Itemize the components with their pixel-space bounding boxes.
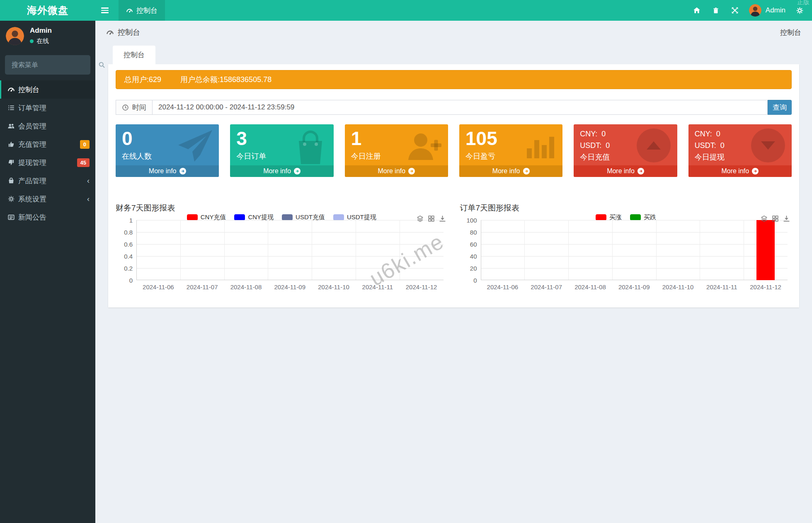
online-status-label: 在线 (36, 37, 49, 45)
tachometer-icon (7, 86, 18, 93)
sidebar-item-label: 控制台 (18, 85, 90, 94)
clock-icon (122, 104, 129, 111)
chart-bar[interactable] (756, 220, 775, 280)
sidebar-badge: 0 (80, 140, 90, 149)
sidebar-item-label: 系统设置 (18, 194, 87, 204)
totals-banner: 总用户:629用户总余额:1586836505.78 (116, 70, 792, 89)
currency-value: 0 (606, 141, 610, 150)
sidebar-item-label: 产品管理 (18, 176, 87, 186)
breadcrumb: 控制台 (106, 27, 140, 37)
hamburger-icon (101, 6, 109, 15)
total-users-label: 总用户:629 (124, 75, 161, 84)
sidebar-item-withdraw[interactable]: 提现管理45 (0, 153, 95, 172)
sidebar-item-dashboard[interactable]: 控制台 (0, 80, 95, 99)
sidebar-item-products[interactable]: 产品管理‹ (0, 172, 95, 190)
sidebar-toggle-button[interactable] (95, 0, 114, 21)
breadcrumb-right-label: 控制台 (780, 28, 801, 37)
more-info-link[interactable]: More info (116, 165, 219, 177)
more-info-link[interactable]: More info (345, 165, 448, 177)
paper-plane-icon (177, 129, 213, 162)
dashboard-panel: 总用户:629用户总余额:1586836505.78 时间 查询 0 在线人数 … (108, 64, 799, 308)
more-info-link[interactable]: More info (230, 165, 333, 177)
chart-title: 订单7天图形报表 (460, 203, 792, 213)
more-info-link[interactable]: More info (459, 165, 562, 177)
thumbs-down-icon (7, 159, 18, 166)
sidebar-item-label: 新闻公告 (18, 213, 90, 222)
stack-icon[interactable] (761, 215, 768, 222)
shopping-bag-icon (7, 177, 18, 184)
sidebar-user-panel: Admin 在线 (0, 21, 95, 49)
sidebar-item-news[interactable]: 新闻公告 (0, 208, 95, 226)
navbar-tab-dashboard[interactable]: 控制台 (119, 0, 165, 21)
bar-chart-icon (524, 129, 557, 161)
download-icon[interactable] (783, 215, 790, 222)
fullscreen-button[interactable] (727, 0, 743, 21)
sidebar-item-settings[interactable]: 系统设置‹ (0, 190, 95, 208)
total-balance-label: 用户总余额:1586836505.78 (180, 75, 271, 84)
chart-plot: 1008060402002024-11-062024-11-072024-11-… (481, 220, 788, 280)
chart-plot: 10.80.60.40.202024-11-062024-11-072024-1… (136, 220, 444, 280)
sidebar-avatar (6, 27, 24, 45)
breadcrumb-label: 控制台 (118, 27, 140, 37)
shopping-bag-icon (293, 129, 328, 166)
users-icon (7, 122, 18, 130)
home-button[interactable] (688, 0, 705, 21)
navbar-tab-label: 控制台 (136, 6, 158, 15)
gears-icon (796, 7, 804, 15)
tachometer-icon (126, 7, 133, 14)
info-boxes-row: 0 在线人数 More info 3 今日订单 More info 1 今日注册… (116, 124, 792, 177)
search-icon[interactable] (98, 61, 105, 68)
info-box-today-orders: 3 今日订单 More info (230, 124, 333, 177)
arrow-circle-right-icon (523, 168, 530, 174)
currency-value: 0 (716, 130, 720, 138)
arrow-circle-right-icon (637, 168, 644, 174)
sidebar-item-label: 充值管理 (18, 140, 80, 149)
query-button[interactable]: 查询 (768, 100, 792, 115)
time-filter-label: 时间 (116, 100, 152, 115)
home-icon (693, 7, 701, 14)
sidebar-menu: 控制台订单管理会员管理充值管理0提现管理45产品管理‹系统设置‹新闻公告 (0, 80, 95, 226)
sidebar-item-members[interactable]: 会员管理 (0, 117, 95, 135)
tab-dashboard[interactable]: 控制台 (113, 46, 155, 64)
sidebar-username: Admin (30, 27, 52, 35)
currency-label: CNY: (695, 130, 712, 138)
more-info-link[interactable]: More info (688, 165, 792, 177)
currency-value: 0 (601, 130, 606, 138)
sidebar-item-label: 会员管理 (18, 121, 90, 131)
search-input[interactable] (11, 61, 98, 69)
username-label: Admin (766, 6, 785, 15)
download-icon[interactable] (439, 215, 446, 222)
chart-toolbar (417, 215, 446, 222)
data-view-icon[interactable] (772, 215, 779, 222)
currency-label: CNY: (580, 130, 597, 138)
site-watermark: u6ki.me (365, 229, 448, 291)
currency-label: USDT: (695, 141, 716, 150)
data-view-icon[interactable] (428, 215, 435, 222)
sidebar-badge: 45 (77, 158, 90, 167)
stack-icon[interactable] (417, 215, 424, 222)
main-content: 控制台 控制台 控制台 总用户:629用户总余额:1586836505.78 时… (95, 21, 812, 523)
user-menu[interactable]: Admin (746, 4, 789, 17)
top-navbar: 海外微盘 控制台 Admin (0, 0, 812, 21)
date-range-input[interactable] (152, 100, 768, 115)
clear-cache-button[interactable] (708, 0, 724, 21)
finance-chart-card: 财务7天图形报表CNY充值CNY提现USDT充值USDT提现10.80.60.4… (116, 203, 448, 296)
info-box-today-recharge: CNY:0USDT:0今日充值 More info (574, 124, 677, 177)
currency-label: USDT: (580, 141, 601, 150)
sidebar-item-orders[interactable]: 订单管理 (0, 99, 95, 117)
charts-row: 财务7天图形报表CNY充值CNY提现USDT充值USDT提现10.80.60.4… (116, 203, 792, 296)
sidebar-item-recharge[interactable]: 充值管理0 (0, 135, 95, 153)
info-box-online-users: 0 在线人数 More info (116, 124, 219, 177)
caret-up-circle-icon (637, 128, 671, 162)
genuine-watermark-label: 正版 (797, 0, 810, 6)
info-box-today-registers: 1 今日注册 More info (345, 124, 448, 177)
newspaper-icon (7, 213, 18, 221)
chevron-left-icon: ‹ (87, 177, 90, 184)
sidebar: Admin 在线 控制台订单管理会员管理充值管理0提现管理45产品管理‹系统设置… (0, 21, 95, 523)
trash-icon (713, 7, 719, 14)
chart-toolbar (761, 215, 790, 222)
app-logo: 海外微盘 (0, 0, 95, 21)
orders-chart-card: 订单7天图形报表买涨买跌1008060402002024-11-062024-1… (460, 203, 792, 296)
more-info-link[interactable]: More info (574, 165, 677, 177)
sidebar-search[interactable] (5, 55, 90, 75)
